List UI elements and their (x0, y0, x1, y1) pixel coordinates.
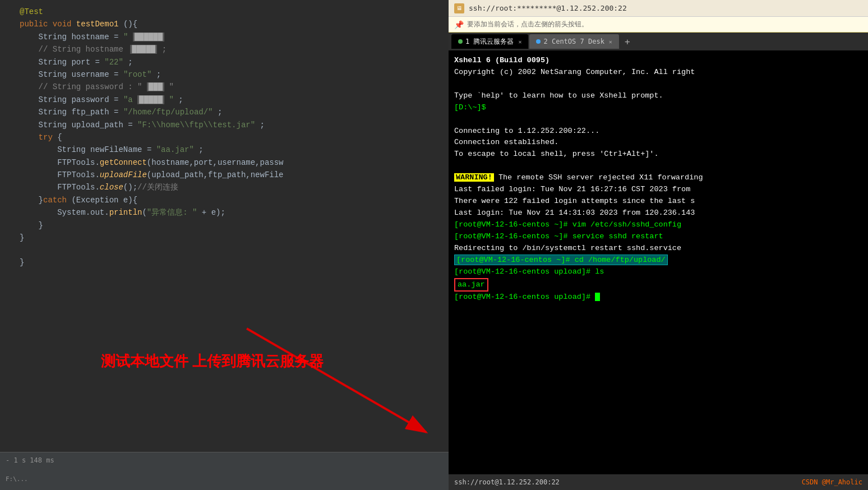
cmd1: [root@VM-12-16-centos ~]# vim /etc/ssh/s… (454, 220, 681, 229)
code-line: String ftp_path = "/home/ftp/upload/" ; (0, 106, 449, 118)
code-line: } (0, 219, 449, 232)
code-line: FTPTools.getConnect(hostname,port,userna… (0, 156, 449, 169)
terminal-line (454, 160, 862, 172)
code-line: String hostname = " ██████ (0, 31, 449, 43)
tab-1-close[interactable]: ✕ (518, 39, 521, 45)
code-line (0, 244, 449, 256)
tab-2-close[interactable]: ✕ (609, 39, 612, 45)
warning-badge: WARNING! (454, 173, 494, 182)
terminal-line (454, 78, 862, 90)
prompt1: [D:\~]$ (454, 103, 486, 112)
escape-hint: To escape to local shell, press 'Ctrl+Al… (454, 150, 659, 158)
terminal-line: Connection established. (454, 137, 862, 149)
connected-text: Connection established. (454, 138, 558, 146)
notify-bar: 📌 要添加当前会话，点击左侧的箭头按钮。 (449, 17, 868, 33)
editor-status-bar: - 1 s 148 ms (0, 452, 449, 468)
code-line: String newFileName = "aa.jar" ; (0, 144, 449, 156)
cmd4: [root@VM-12-16-centos upload]# ls (454, 267, 604, 276)
terminal-line: Type `help' to learn how to use Xshell p… (454, 90, 862, 102)
tab-2-dot (536, 39, 541, 44)
warning-msg: The remote SSH server rejected X11 forwa… (498, 173, 703, 182)
terminal-line: Connecting to 1.12.252.200:22... (454, 126, 862, 137)
terminal-content[interactable]: Xshell 6 (Build 0095) Copyright (c) 2002… (449, 50, 868, 474)
terminal-line: WARNING! The remote SSH server rejected … (454, 172, 862, 184)
failed-count: There were 122 failed login attempts sin… (454, 197, 695, 205)
notify-icon: 📌 (454, 20, 464, 29)
terminal-line: [root@VM-12-16-centos upload]# (454, 292, 862, 303)
code-line: } (0, 256, 449, 269)
help-text: Type `help' to learn how to use Xshell p… (454, 91, 663, 100)
terminal-title: ssh://root:*********@1.12.252.200:22 (469, 4, 627, 12)
tab-1-dot (458, 39, 463, 44)
cmd2: [root@VM-12-16-centos ~]# service sshd r… (454, 232, 663, 241)
copyright-text: Copyright (c) 2002 NetSarang Computer, I… (454, 68, 695, 76)
terminal-line: To escape to local shell, press 'Ctrl+Al… (454, 149, 862, 160)
code-line: String port = "22" ; (0, 56, 449, 68)
tab-add-button[interactable]: + (620, 36, 635, 47)
terminal-status-bar: ssh://root@1.12.252.200:22 CSDN @Mr_Ahol… (449, 474, 868, 490)
code-line: // String hostname █████ ; (0, 43, 449, 56)
terminal-line (454, 114, 862, 126)
tab-bar: 1 腾讯云服务器 ✕ 2 CentOS 7 Desk ✕ + (449, 33, 868, 50)
tab-2-label: 2 CentOS 7 Desk (543, 38, 604, 45)
code-line: } (0, 232, 449, 244)
notify-text: 要添加当前会话，点击左侧的箭头按钮。 (467, 20, 588, 29)
csdn-watermark: CSDN @Mr_Aholic (802, 478, 862, 486)
tab-2[interactable]: 2 CentOS 7 Desk ✕ (529, 34, 618, 49)
terminal-line: [root@VM-12-16-centos ~]# vim /etc/ssh/s… (454, 219, 862, 231)
code-editor[interactable]: @Test public void testDemo1 (){ String h (0, 0, 449, 452)
terminal-line: [root@VM-12-16-centos ~]# service sshd r… (454, 231, 862, 243)
code-line: String password = "a █████ " ; (0, 94, 449, 106)
last-failed: Last failed login: Tue Nov 21 16:27:16 C… (454, 185, 690, 193)
terminal-line: Xshell 6 (Build 0095) (454, 55, 862, 67)
last-login: Last login: Tue Nov 21 14:31:03 2023 fro… (454, 209, 695, 217)
terminal-line: aa.jar (454, 278, 862, 292)
terminal-line: [root@VM-12-16-centos ~]# cd /home/ftp/u… (454, 255, 862, 266)
terminal-status-left: ssh://root@1.12.252.200:22 (454, 478, 560, 486)
terminal-titlebar-icon: 🖥 (454, 3, 464, 13)
terminal-line: [root@VM-12-16-centos upload]# ls (454, 266, 862, 278)
cmd3: [root@VM-12-16-centos ~]# cd /home/ftp/u… (454, 255, 668, 265)
svg-line-1 (247, 329, 426, 432)
annotation-overlay: 测试本地文件 上传到腾讯云服务器 (101, 350, 324, 373)
main-container: @Test public void testDemo1 (){ String h (0, 0, 868, 490)
code-line: FTPTools.uploadFile(upload_path,ftp_path… (0, 169, 449, 181)
code-line: String username = "root" ; (0, 68, 449, 81)
connecting-text: Connecting to 1.12.252.200:22... (454, 127, 599, 135)
tab-1-label: 1 腾讯云服务器 (465, 37, 514, 47)
cursor (595, 293, 600, 301)
code-line: // String password : " ███ " (0, 81, 449, 93)
terminal-line: There were 122 failed login attempts sin… (454, 196, 862, 207)
terminal-line: Redirecting to /bin/systemctl restart ss… (454, 243, 862, 255)
xshell-title: Xshell 6 (Build 0095) (454, 56, 550, 64)
terminal-line: Last login: Tue Nov 21 14:31:03 2023 fro… (454, 207, 862, 219)
code-line: String upload_path = "F:\\home\\ftp\\tes… (0, 119, 449, 131)
file-highlighted: aa.jar (454, 278, 488, 292)
code-editor-panel: @Test public void testDemo1 (){ String h (0, 0, 449, 490)
code-line: public void testDemo1 (){ (0, 18, 449, 30)
redirecting: Redirecting to /bin/systemctl restart ss… (454, 244, 681, 252)
code-line: System.out.println("异常信息: " + e); (0, 206, 449, 219)
status-text: - 1 s 148 ms (6, 456, 54, 464)
terminal-line: Last failed login: Tue Nov 21 16:27:16 C… (454, 184, 862, 196)
terminal-panel[interactable]: 🖥 ssh://root:*********@1.12.252.200:22 📌… (449, 0, 868, 490)
annotation-text: 测试本地文件 上传到腾讯云服务器 (101, 353, 324, 369)
code-line: }catch (Exception e){ (0, 194, 449, 206)
editor-bottom: F:\... (0, 468, 449, 490)
cmd5: [root@VM-12-16-centos upload]# (454, 293, 595, 301)
terminal-line: [D:\~]$ (454, 102, 862, 114)
code-line: @Test (0, 6, 449, 18)
code-line: FTPTools.close();//关闭连接 (0, 181, 449, 193)
file-result: aa.jar (454, 280, 488, 289)
tab-1[interactable]: 1 腾讯云服务器 ✕ (451, 34, 528, 49)
terminal-titlebar: 🖥 ssh://root:*********@1.12.252.200:22 (449, 0, 868, 17)
terminal-line: Copyright (c) 2002 NetSarang Computer, I… (454, 67, 862, 78)
code-line: try { (0, 131, 449, 144)
